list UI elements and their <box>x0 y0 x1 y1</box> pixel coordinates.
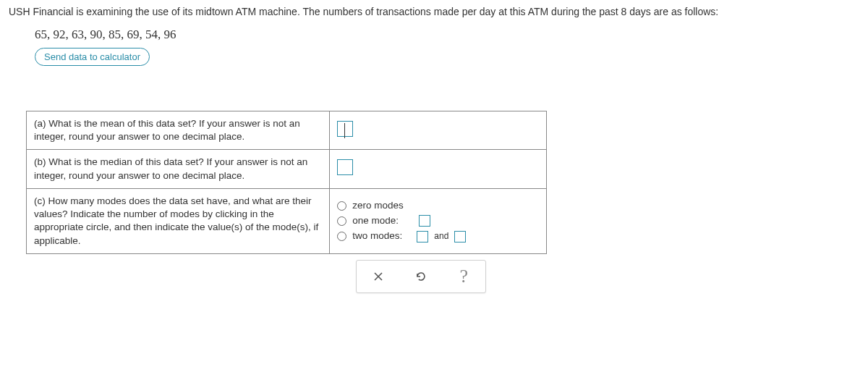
question-mark-icon: ? <box>460 267 469 286</box>
median-input[interactable] <box>337 159 353 175</box>
one-mode-label: one mode: <box>352 214 399 227</box>
question-stem: USH Financial is examining the use of it… <box>9 6 859 17</box>
two-modes-value1-input[interactable] <box>417 231 428 242</box>
part-c-prompt: (c) How many modes does the data set hav… <box>27 188 330 253</box>
part-b-prompt: (b) What is the median of this data set?… <box>27 150 330 188</box>
undo-icon <box>414 270 427 283</box>
one-mode-value-input[interactable] <box>419 215 430 227</box>
part-a-answer-cell <box>330 111 547 150</box>
data-values: 65, 92, 63, 90, 85, 69, 54, 96 <box>35 28 859 42</box>
x-icon <box>373 271 383 282</box>
clear-button[interactable] <box>365 263 391 290</box>
and-label: and <box>434 230 448 242</box>
mean-input[interactable] <box>337 121 353 137</box>
one-mode-radio[interactable] <box>337 216 346 226</box>
two-modes-label: two modes: <box>352 229 402 242</box>
part-c-answer-cell: zero modes one mode: two modes: and <box>330 188 547 253</box>
part-b-answer-cell <box>330 150 547 188</box>
zero-modes-radio[interactable] <box>337 201 346 211</box>
answer-toolbar: ? <box>356 260 486 293</box>
two-modes-radio[interactable] <box>337 232 346 241</box>
question-parts-table: (a) What is the mean of this data set? I… <box>26 111 547 254</box>
two-modes-value2-input[interactable] <box>454 231 466 242</box>
reset-button[interactable] <box>408 263 434 290</box>
send-to-calculator-button[interactable]: Send data to calculator <box>35 48 150 66</box>
part-a-prompt: (a) What is the mean of this data set? I… <box>27 111 330 150</box>
help-button[interactable]: ? <box>451 263 477 290</box>
zero-modes-label: zero modes <box>352 199 404 212</box>
text-cursor <box>344 123 345 138</box>
